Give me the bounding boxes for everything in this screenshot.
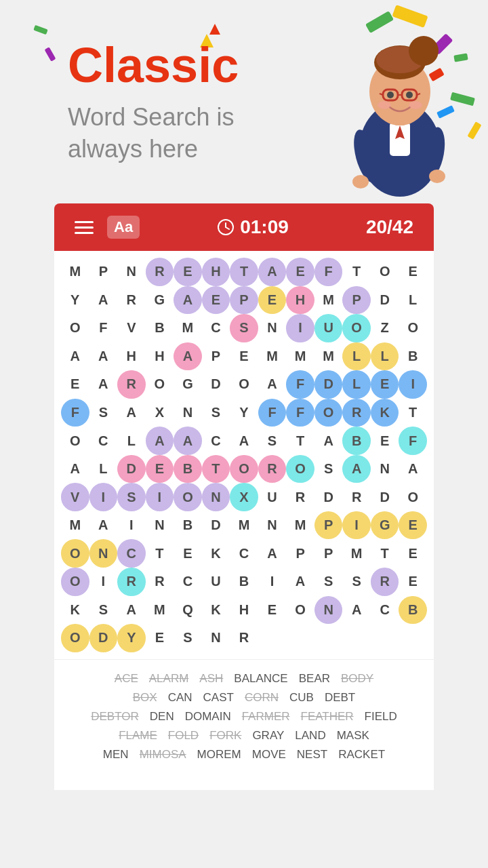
grid-cell[interactable]: N	[314, 596, 343, 625]
grid-cell[interactable]: S	[342, 568, 371, 596]
grid-cell[interactable]: A	[61, 342, 89, 371]
grid-cell[interactable]: O	[61, 314, 89, 342]
grid-cell[interactable]: F	[258, 399, 287, 427]
grid-cell[interactable]: O	[342, 314, 371, 342]
grid-cell[interactable]: A	[258, 370, 287, 399]
grid-cell[interactable]: A	[89, 286, 118, 315]
grid-cell[interactable]: E	[230, 342, 258, 371]
grid-cell[interactable]: R	[342, 483, 371, 511]
grid-cell[interactable]: M	[314, 342, 343, 371]
grid-cell[interactable]: E	[61, 370, 89, 399]
grid-cell[interactable]: N	[174, 399, 202, 427]
grid-cell[interactable]: A	[174, 286, 202, 315]
grid-cell[interactable]: R	[230, 624, 258, 652]
grid-cell[interactable]: M	[342, 539, 371, 568]
grid-cell[interactable]: E	[146, 624, 174, 652]
grid-cell[interactable]: Y	[230, 399, 258, 427]
grid-cell[interactable]: E	[399, 511, 427, 540]
grid-cell[interactable]: K	[202, 596, 230, 625]
font-button[interactable]: Aa	[107, 216, 140, 239]
grid-cell[interactable]: T	[399, 399, 427, 427]
grid-cell[interactable]: A	[89, 370, 118, 399]
grid-cell[interactable]: I	[89, 568, 118, 596]
grid-cell[interactable]: M	[286, 342, 314, 371]
grid-cell[interactable]: O	[230, 455, 258, 484]
grid-cell[interactable]: E	[399, 258, 427, 286]
grid-cell[interactable]: E	[371, 427, 399, 455]
grid-cell[interactable]: S	[89, 399, 118, 427]
grid-cell[interactable]: U	[202, 568, 230, 596]
grid-cell[interactable]: Q	[174, 596, 202, 625]
grid-cell[interactable]: O	[399, 483, 427, 511]
grid-cell[interactable]: F	[314, 258, 343, 286]
grid-cell[interactable]: M	[314, 286, 343, 315]
grid-cell[interactable]: C	[117, 539, 146, 568]
grid-cell[interactable]: N	[117, 258, 146, 286]
grid-cell[interactable]: G	[146, 286, 174, 315]
grid-cell[interactable]: A	[342, 596, 371, 625]
grid-cell[interactable]: F	[286, 370, 314, 399]
grid-cell[interactable]: E	[174, 258, 202, 286]
grid-cell[interactable]: C	[202, 314, 230, 342]
grid-cell[interactable]: P	[314, 511, 343, 540]
grid-cell[interactable]: K	[61, 596, 89, 625]
grid-cell[interactable]: A	[399, 455, 427, 484]
grid-cell[interactable]: O	[146, 370, 174, 399]
grid-cell[interactable]: U	[314, 314, 343, 342]
grid-cell[interactable]: H	[146, 342, 174, 371]
grid-cell[interactable]: K	[202, 539, 230, 568]
grid-cell[interactable]: I	[286, 314, 314, 342]
grid-cell[interactable]: Y	[117, 624, 146, 652]
grid-cell[interactable]: N	[202, 624, 230, 652]
grid-cell[interactable]: C	[89, 427, 118, 455]
grid-cell[interactable]: D	[202, 370, 230, 399]
grid-cell[interactable]: R	[146, 568, 174, 596]
grid-cell[interactable]: R	[258, 455, 287, 484]
grid-cell[interactable]: C	[174, 568, 202, 596]
grid-cell[interactable]: I	[117, 511, 146, 540]
grid-cell[interactable]: L	[399, 286, 427, 315]
grid-cell[interactable]: A	[342, 455, 371, 484]
grid-cell[interactable]: E	[146, 455, 174, 484]
grid-cell[interactable]: B	[230, 568, 258, 596]
grid-cell[interactable]: O	[174, 483, 202, 511]
grid-cell[interactable]: Y	[61, 286, 89, 315]
grid-cell[interactable]: E	[258, 286, 287, 315]
grid-cell[interactable]: O	[314, 399, 343, 427]
grid-cell[interactable]: C	[371, 596, 399, 625]
grid-cell[interactable]: B	[174, 455, 202, 484]
grid-cell[interactable]: I	[258, 568, 287, 596]
grid-cell[interactable]: A	[174, 342, 202, 371]
grid-cell[interactable]: K	[371, 399, 399, 427]
grid-cell[interactable]: H	[202, 258, 230, 286]
grid-cell[interactable]: O	[61, 624, 89, 652]
grid-cell[interactable]: X	[146, 399, 174, 427]
grid-cell[interactable]: S	[174, 624, 202, 652]
grid-cell[interactable]: D	[371, 483, 399, 511]
grid-cell[interactable]: N	[146, 511, 174, 540]
grid-cell[interactable]: R	[342, 399, 371, 427]
grid-cell[interactable]: P	[286, 539, 314, 568]
grid-cell[interactable]: Z	[371, 314, 399, 342]
grid-cell[interactable]: E	[286, 258, 314, 286]
grid-cell[interactable]: L	[371, 342, 399, 371]
grid-cell[interactable]: O	[286, 455, 314, 484]
grid-cell[interactable]: G	[371, 511, 399, 540]
grid-cell[interactable]: T	[371, 539, 399, 568]
grid-cell[interactable]: F	[286, 399, 314, 427]
grid-cell[interactable]: T	[146, 539, 174, 568]
grid-cell[interactable]: I	[146, 483, 174, 511]
grid-cell[interactable]: P	[202, 342, 230, 371]
grid-cell[interactable]: S	[314, 455, 343, 484]
grid-cell[interactable]: A	[258, 539, 287, 568]
grid-cell[interactable]: R	[117, 286, 146, 315]
grid-cell[interactable]: H	[286, 286, 314, 315]
grid-cell[interactable]: D	[314, 483, 343, 511]
grid-cell[interactable]: T	[342, 258, 371, 286]
grid-cell[interactable]: D	[371, 286, 399, 315]
grid-cell[interactable]: L	[342, 370, 371, 399]
grid-cell[interactable]: L	[342, 342, 371, 371]
grid-cell[interactable]: B	[399, 342, 427, 371]
grid-cell[interactable]: I	[399, 370, 427, 399]
grid-cell[interactable]: H	[230, 596, 258, 625]
